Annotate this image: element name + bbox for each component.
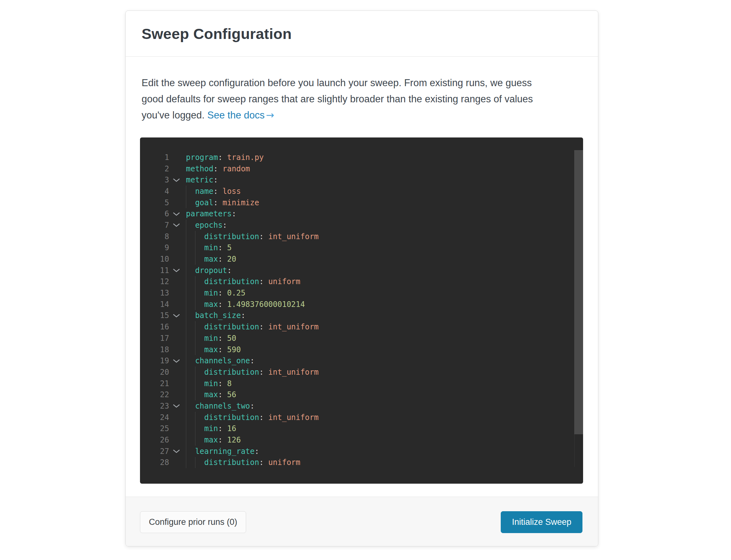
code-text: batch_size:: [184, 310, 583, 321]
editor-scrollbar-track-edge: [574, 434, 575, 467]
yaml-colon: :: [227, 266, 232, 275]
line-number: 19: [140, 356, 169, 365]
indent-guide: [195, 412, 195, 423]
yaml-value: 5: [223, 243, 232, 252]
yaml-colon: :: [213, 198, 218, 207]
code-text: min: 5: [184, 242, 583, 254]
chevron-down-icon[interactable]: [169, 223, 184, 227]
code-line[interactable]: 20distribution: int_uniform: [140, 366, 583, 378]
indent-guide: [186, 412, 186, 423]
indent-guide: [186, 276, 186, 288]
code-line[interactable]: 17min: 50: [140, 333, 583, 344]
code-line[interactable]: 13min: 0.25: [140, 287, 583, 299]
yaml-colon: :: [218, 255, 222, 264]
code-line[interactable]: 27learning_rate:: [140, 446, 583, 457]
line-number: 26: [140, 436, 169, 444]
yaml-colon: :: [213, 175, 218, 184]
yaml-value: loss: [218, 187, 241, 196]
indent-guide: [195, 457, 195, 468]
code-line[interactable]: 11dropout:: [140, 265, 583, 276]
yaml-key: distribution: [204, 322, 259, 331]
line-number: 25: [140, 424, 169, 433]
code-text: distribution: int_uniform: [184, 366, 583, 378]
line-number: 5: [140, 198, 169, 207]
code-line[interactable]: 18max: 590: [140, 344, 583, 355]
line-number: 21: [140, 379, 169, 388]
yaml-value: int_uniform: [264, 413, 319, 422]
code-line[interactable]: 5goal: minimize: [140, 197, 583, 208]
yaml-value: 0.25: [223, 289, 245, 297]
yaml-colon: :: [259, 458, 264, 467]
code-line[interactable]: 14max: 1.498376000010214: [140, 299, 583, 310]
yaml-colon: :: [213, 187, 218, 196]
yaml-key: max: [204, 390, 218, 399]
initialize-sweep-button[interactable]: Initialize Sweep: [501, 511, 582, 533]
indent-guide: [186, 197, 186, 208]
indent-guide: [186, 366, 186, 378]
yaml-key: goal: [195, 198, 213, 207]
code-text: max: 126: [184, 434, 583, 446]
code-text: parameters:: [184, 208, 583, 220]
code-line[interactable]: 6parameters:: [140, 208, 583, 220]
code-text: max: 20: [184, 253, 583, 265]
indent-guide: [186, 299, 186, 310]
yaml-value: 8: [223, 379, 232, 388]
code-line[interactable]: 8distribution: int_uniform: [140, 231, 583, 242]
indent-guide: [195, 231, 195, 242]
chevron-down-icon[interactable]: [169, 359, 184, 363]
code-line[interactable]: 2method: random: [140, 163, 583, 175]
code-line[interactable]: 26max: 126: [140, 434, 583, 446]
code-line[interactable]: 23channels_two:: [140, 400, 583, 412]
yaml-key: distribution: [204, 277, 259, 286]
code-line[interactable]: 25min: 16: [140, 423, 583, 435]
line-number: 4: [140, 187, 169, 196]
code-line[interactable]: 3metric:: [140, 174, 583, 186]
chevron-down-icon[interactable]: [169, 178, 184, 182]
code-line[interactable]: 15batch_size:: [140, 310, 583, 321]
line-number: 27: [140, 447, 169, 456]
code-line[interactable]: 19channels_one:: [140, 355, 583, 366]
code-text: distribution: uniform: [184, 457, 583, 468]
code-line[interactable]: 1program: train.py: [140, 152, 583, 163]
code-line[interactable]: 22max: 56: [140, 389, 583, 400]
sweep-config-editor[interactable]: 1program: train.py2method: random3metric…: [140, 137, 583, 484]
code-line[interactable]: 7epochs:: [140, 220, 583, 231]
code-line[interactable]: 9min: 5: [140, 242, 583, 254]
line-number: 6: [140, 209, 169, 218]
indent-guide: [186, 265, 186, 276]
configure-prior-runs-button[interactable]: Configure prior runs (0): [140, 511, 246, 533]
indent-guide: [186, 321, 186, 333]
yaml-value: random: [218, 164, 250, 173]
yaml-value: 16: [223, 424, 236, 433]
code-line[interactable]: 12distribution: uniform: [140, 276, 583, 288]
yaml-value: int_uniform: [264, 368, 319, 377]
yaml-value: 56: [223, 390, 236, 399]
yaml-colon: :: [218, 424, 222, 433]
chevron-down-icon[interactable]: [169, 404, 184, 408]
code-line[interactable]: 28distribution: uniform: [140, 457, 583, 468]
code-line[interactable]: 24distribution: int_uniform: [140, 412, 583, 423]
line-number: 18: [140, 345, 169, 354]
see-the-docs-link[interactable]: See the docs→: [207, 110, 274, 121]
code-text: max: 56: [184, 389, 583, 400]
code-line[interactable]: 4name: loss: [140, 186, 583, 197]
code-line[interactable]: 21min: 8: [140, 378, 583, 389]
indent-guide: [186, 231, 186, 242]
yaml-key: min: [204, 289, 218, 297]
indent-guide: [186, 457, 186, 468]
chevron-down-icon[interactable]: [169, 212, 184, 216]
chevron-down-icon[interactable]: [169, 268, 184, 272]
chevron-down-icon[interactable]: [169, 449, 184, 453]
code-line[interactable]: 16distribution: int_uniform: [140, 321, 583, 333]
yaml-colon: :: [213, 164, 218, 173]
editor-scrollbar[interactable]: [574, 150, 583, 434]
indent-guide: [195, 242, 195, 254]
indent-guide: [195, 434, 195, 446]
indent-guide: [186, 400, 186, 412]
chevron-down-icon[interactable]: [169, 314, 184, 318]
indent-guide: [186, 423, 186, 435]
code-text: distribution: int_uniform: [184, 412, 583, 423]
code-line[interactable]: 10max: 20: [140, 253, 583, 265]
indent-guide: [195, 287, 195, 299]
yaml-colon: :: [250, 356, 254, 365]
